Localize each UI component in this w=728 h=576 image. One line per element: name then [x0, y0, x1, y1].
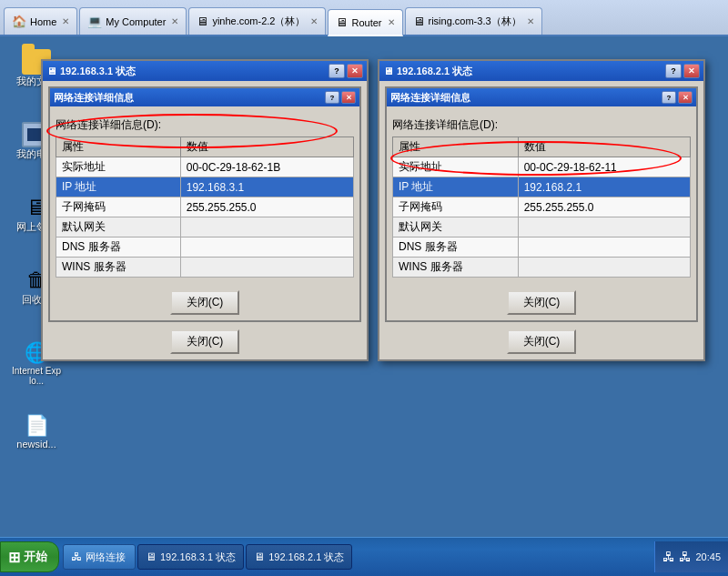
dialog2-outer-titlebar: 🖥 192.168.2.1 状态 ? ✕	[379, 61, 703, 81]
tab-bar: 🏠 Home ✕ 💻 My Computer ✕ 🖥 yinhe.com-2.2…	[0, 0, 728, 36]
dialog1-inner-help[interactable]: ?	[325, 91, 339, 104]
taskbar-tray: 🖧 🖧 20:45	[654, 541, 728, 572]
dialog2-inner-titlebar: 网络连接详细信息 ? ✕	[387, 88, 696, 106]
dialog2-outer-icon: 🖥	[383, 66, 393, 76]
dialog2-outer-content: 网络连接详细信息 ? ✕ 网络连接详细信息(D): 属性 数值	[379, 81, 703, 359]
table-row[interactable]: DNS 服务器	[56, 237, 354, 258]
start-button[interactable]: ⊞ 开始	[0, 541, 59, 572]
dialog2-inner-close[interactable]: ✕	[678, 91, 693, 104]
dialog2-outer-close-button[interactable]: 关闭(C)	[507, 329, 577, 354]
dialog1-col-attr: 属性	[56, 137, 181, 157]
status1-taskbar-icon: 🖥	[146, 551, 157, 563]
dialog1-inner-titlebar: 网络连接详细信息 ? ✕	[50, 88, 359, 106]
taskbar-item-status2[interactable]: 🖥 192.168.2.1 状态	[246, 544, 352, 570]
taskbar-item-status1[interactable]: 🖥 192.168.3.1 状态	[137, 544, 244, 570]
tab-close-home[interactable]: ✕	[62, 16, 69, 26]
rising-tab-icon: 🖥	[413, 15, 425, 28]
table-row[interactable]: 实际地址00-0C-29-18-62-1B	[56, 157, 354, 177]
dialog1-inner-close-row: 关闭(C)	[50, 290, 359, 320]
table-row[interactable]: 实际地址00-0C-29-18-62-11	[393, 157, 691, 177]
table-row[interactable]: IP 地址192.168.3.1	[56, 177, 354, 197]
tray-network-icon2: 🖧	[679, 550, 692, 564]
dialog2-inner-label: 网络连接详细信息(D):	[392, 117, 691, 133]
newsid-icon-shape: 📄	[22, 413, 51, 439]
tray-network-icon: 🖧	[662, 550, 675, 564]
table-row[interactable]: IP 地址192.168.2.1	[393, 177, 691, 197]
dialog2-inner-body: 网络连接详细信息(D): 属性 数值 实际地址00-0C-29-18-62-11…	[387, 112, 696, 283]
dialog1-inner-title: 网络连接详细信息	[54, 91, 323, 105]
table-row[interactable]: 默认网关	[393, 217, 691, 237]
dialog2-info-table: 属性 数值 实际地址00-0C-29-18-62-11IP 地址192.168.…	[392, 136, 691, 278]
tab-router[interactable]: 🖥 Router ✕	[328, 9, 402, 36]
taskbar-clock: 20:45	[695, 551, 721, 562]
table-row[interactable]: WINS 服务器	[393, 258, 691, 278]
desktop-icon-newsid[interactable]: 📄 newsid...	[7, 409, 66, 453]
mycomputer-tab-icon: 💻	[87, 15, 102, 28]
dialog2-inner-help[interactable]: ?	[662, 91, 676, 104]
dialog1-info-table: 属性 数值 实际地址00-0C-29-18-62-1BIP 地址192.168.…	[56, 136, 354, 278]
dialog2-outer-title: 192.168.2.1 状态	[397, 65, 665, 78]
tab-yinhe[interactable]: 🖥 yinhe.com-2.2（林） ✕	[188, 7, 326, 35]
windows-logo: ⊞	[8, 549, 20, 566]
dialog2-outer: 🖥 192.168.2.1 状态 ? ✕ 网络连接详细信息 ? ✕ 网络连接详细…	[378, 59, 705, 361]
dialog1-outer-close-button[interactable]: 关闭(C)	[170, 329, 240, 354]
table-row[interactable]: WINS 服务器	[56, 258, 354, 278]
dialog1-inner-close[interactable]: ✕	[341, 91, 356, 104]
dialog1-inner: 网络连接详细信息 ? ✕ 网络连接详细信息(D): 属性 数值	[48, 86, 361, 322]
dialog2-col-val: 数值	[518, 137, 690, 157]
dialog1-outer-content: 网络连接详细信息 ? ✕ 网络连接详细信息(D): 属性 数值	[43, 81, 367, 359]
table-row[interactable]: 默认网关	[56, 217, 354, 237]
taskbar-item-network-label: 网络连接	[86, 551, 126, 564]
dialog2-outer-close-row: 关闭(C)	[385, 329, 698, 354]
dialog2-inner: 网络连接详细信息 ? ✕ 网络连接详细信息(D): 属性 数值	[385, 86, 698, 322]
dialog1-outer-icon: 🖥	[46, 66, 56, 76]
tab-close-mycomputer[interactable]: ✕	[171, 16, 178, 26]
taskbar-item-status1-label: 192.168.3.1 状态	[160, 551, 236, 564]
dialog2-inner-close-row: 关闭(C)	[387, 290, 696, 320]
dialog1-close-btn[interactable]: ✕	[347, 64, 363, 78]
taskbar-item-status2-label: 192.168.2.1 状态	[268, 551, 344, 564]
dialog1-inner-close-button[interactable]: 关闭(C)	[170, 290, 240, 315]
taskbar-items: 🖧 网络连接 🖥 192.168.3.1 状态 🖥 192.168.2.1 状态	[63, 544, 654, 570]
dialog2-help-btn[interactable]: ?	[665, 64, 682, 78]
dialog1-outer: 🖥 192.168.3.1 状态 ? ✕ 网络连接详细信息 ? ✕ 网络连接详细…	[41, 59, 369, 361]
tab-home[interactable]: 🏠 Home ✕	[4, 7, 77, 35]
tab-close-rising[interactable]: ✕	[527, 16, 534, 26]
dialog1-win-controls: ? ✕	[329, 64, 363, 78]
dialog1-inner-body: 网络连接详细信息(D): 属性 数值 实际地址00-0C-29-18-62-1B…	[50, 112, 359, 283]
dialog1-outer-close-row: 关闭(C)	[48, 329, 361, 354]
start-label: 开始	[24, 549, 47, 565]
dialog1-inner-label: 网络连接详细信息(D):	[56, 117, 354, 133]
tab-rising[interactable]: 🖥 rising.com-3.3（林） ✕	[405, 7, 542, 35]
dialog2-inner-title: 网络连接详细信息	[390, 91, 660, 105]
status2-taskbar-icon: 🖥	[254, 551, 265, 563]
router-tab-icon: 🖥	[336, 15, 348, 29]
tab-mycomputer[interactable]: 💻 My Computer ✕	[79, 7, 187, 35]
table-row[interactable]: 子网掩码255.255.255.0	[56, 197, 354, 217]
network-taskbar-icon: 🖧	[71, 551, 82, 563]
tab-close-router[interactable]: ✕	[388, 17, 395, 27]
dialog2-close-btn[interactable]: ✕	[683, 64, 700, 78]
taskbar-item-network[interactable]: 🖧 网络连接	[63, 544, 136, 570]
taskbar: ⊞ 开始 🖧 网络连接 🖥 192.168.3.1 状态 🖥 192.168.2…	[0, 537, 728, 576]
dialog1-outer-title: 192.168.3.1 状态	[60, 65, 329, 78]
dialog2-inner-close-button[interactable]: 关闭(C)	[507, 290, 577, 315]
home-tab-icon: 🏠	[12, 15, 26, 28]
dialog1-col-val: 数值	[180, 137, 353, 157]
desktop: 我的文档 我的电脑 🖥 网上邻居 🗑 回收站 🌐 Internet Explo.…	[0, 36, 728, 537]
table-row[interactable]: 子网掩码255.255.255.0	[393, 197, 691, 217]
tab-close-yinhe[interactable]: ✕	[310, 16, 318, 26]
yinhe-tab-icon: 🖥	[197, 15, 208, 28]
table-row[interactable]: DNS 服务器	[393, 237, 691, 258]
dialog1-help-btn[interactable]: ?	[329, 64, 345, 78]
dialog2-win-controls: ? ✕	[665, 64, 700, 78]
dialog2-col-attr: 属性	[393, 137, 519, 157]
dialog1-outer-titlebar: 🖥 192.168.3.1 状态 ? ✕	[43, 61, 367, 81]
